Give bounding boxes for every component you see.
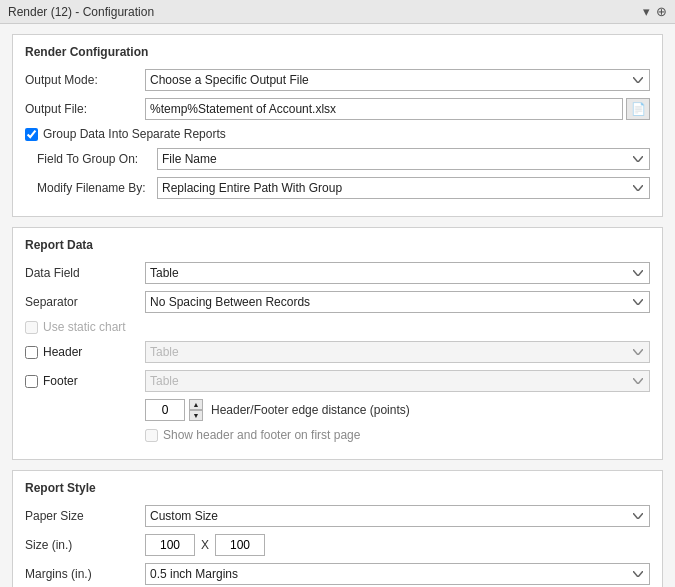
collapse-icon[interactable]: ▾: [643, 4, 650, 19]
field-group-row: Field To Group On: File Name: [25, 148, 650, 170]
output-mode-row: Output Mode: Choose a Specific Output Fi…: [25, 69, 650, 91]
paper-size-label: Paper Size: [25, 509, 145, 523]
spinner-buttons: ▲ ▼: [189, 399, 203, 421]
main-content: Render Configuration Output Mode: Choose…: [0, 24, 675, 587]
modify-filename-wrap: Replacing Entire Path With Group: [157, 177, 650, 199]
file-browse-icon: 📄: [631, 102, 646, 116]
report-data-section: Report Data Data Field Table Separator N…: [12, 227, 663, 460]
paper-size-select[interactable]: Custom Size: [145, 505, 650, 527]
margins-row: Margins (in.) 0.5 inch Margins: [25, 563, 650, 585]
size-label: Size (in.): [25, 538, 145, 552]
output-file-label: Output File:: [25, 102, 145, 116]
footer-label[interactable]: Footer: [43, 374, 78, 388]
header-select[interactable]: Table: [145, 341, 650, 363]
separator-label: Separator: [25, 295, 145, 309]
size-inputs: X: [145, 534, 265, 556]
report-style-label: Report Style: [25, 481, 650, 497]
edge-distance-row: ▲ ▼ Header/Footer edge distance (points): [25, 399, 650, 421]
use-static-chart-checkbox[interactable]: [25, 321, 38, 334]
output-file-row: Output File: 📄: [25, 98, 650, 120]
title-bar-controls: ▾ ⊕: [643, 4, 667, 19]
file-browse-button[interactable]: 📄: [626, 98, 650, 120]
report-data-label: Report Data: [25, 238, 650, 254]
spinner-wrap: ▲ ▼ Header/Footer edge distance (points): [145, 399, 410, 421]
group-data-checkbox[interactable]: [25, 128, 38, 141]
footer-left: Footer: [25, 374, 145, 388]
footer-select[interactable]: Table: [145, 370, 650, 392]
data-field-label: Data Field: [25, 266, 145, 280]
group-data-row: Group Data Into Separate Reports: [25, 127, 650, 141]
show-header-footer-checkbox[interactable]: [145, 429, 158, 442]
spinner-down-button[interactable]: ▼: [189, 410, 203, 421]
output-mode-select[interactable]: Choose a Specific Output File: [145, 69, 650, 91]
header-left: Header: [25, 345, 145, 359]
modify-filename-label: Modify Filename By:: [37, 181, 157, 195]
margins-label: Margins (in.): [25, 567, 145, 581]
show-header-footer-row: Show header and footer on first page: [25, 428, 650, 442]
title-bar: Render (12) - Configuration ▾ ⊕: [0, 0, 675, 24]
edge-distance-label: Header/Footer edge distance (points): [211, 403, 410, 417]
field-group-label: Field To Group On:: [37, 152, 157, 166]
output-file-input[interactable]: [145, 98, 623, 120]
paper-size-wrap: Custom Size: [145, 505, 650, 527]
footer-select-wrap: Table: [145, 370, 650, 392]
data-field-wrap: Table: [145, 262, 650, 284]
output-mode-label: Output Mode:: [25, 73, 145, 87]
show-header-footer-link[interactable]: Show header and footer on first page: [163, 428, 360, 442]
output-mode-wrap: Choose a Specific Output File: [145, 69, 650, 91]
margins-wrap: 0.5 inch Margins: [145, 563, 650, 585]
header-row: Header Table: [25, 341, 650, 363]
window-title: Render (12) - Configuration: [8, 5, 154, 19]
footer-row: Footer Table: [25, 370, 650, 392]
show-header-footer-label: Show header and footer on first page: [163, 428, 360, 442]
data-field-row: Data Field Table: [25, 262, 650, 284]
size-height-input[interactable]: [215, 534, 265, 556]
separator-row: Separator No Spacing Between Records: [25, 291, 650, 313]
field-group-select[interactable]: File Name: [157, 148, 650, 170]
modify-filename-row: Modify Filename By: Replacing Entire Pat…: [25, 177, 650, 199]
size-width-input[interactable]: [145, 534, 195, 556]
separator-wrap: No Spacing Between Records: [145, 291, 650, 313]
render-config-section: Render Configuration Output Mode: Choose…: [12, 34, 663, 217]
header-label[interactable]: Header: [43, 345, 82, 359]
modify-filename-select[interactable]: Replacing Entire Path With Group: [157, 177, 650, 199]
report-style-section: Report Style Paper Size Custom Size Size…: [12, 470, 663, 587]
group-data-label[interactable]: Group Data Into Separate Reports: [43, 127, 226, 141]
edge-distance-input[interactable]: [145, 399, 185, 421]
data-field-select[interactable]: Table: [145, 262, 650, 284]
pin-icon[interactable]: ⊕: [656, 4, 667, 19]
separator-select[interactable]: No Spacing Between Records: [145, 291, 650, 313]
use-static-chart-label: Use static chart: [43, 320, 126, 334]
paper-size-row: Paper Size Custom Size: [25, 505, 650, 527]
use-static-chart-row: Use static chart: [25, 320, 650, 334]
size-row: Size (in.) X: [25, 534, 650, 556]
size-x-separator: X: [199, 538, 211, 552]
header-select-wrap: Table: [145, 341, 650, 363]
margins-select[interactable]: 0.5 inch Margins: [145, 563, 650, 585]
render-config-label: Render Configuration: [25, 45, 650, 61]
field-group-wrap: File Name: [157, 148, 650, 170]
footer-checkbox[interactable]: [25, 375, 38, 388]
spinner-up-button[interactable]: ▲: [189, 399, 203, 410]
header-checkbox[interactable]: [25, 346, 38, 359]
